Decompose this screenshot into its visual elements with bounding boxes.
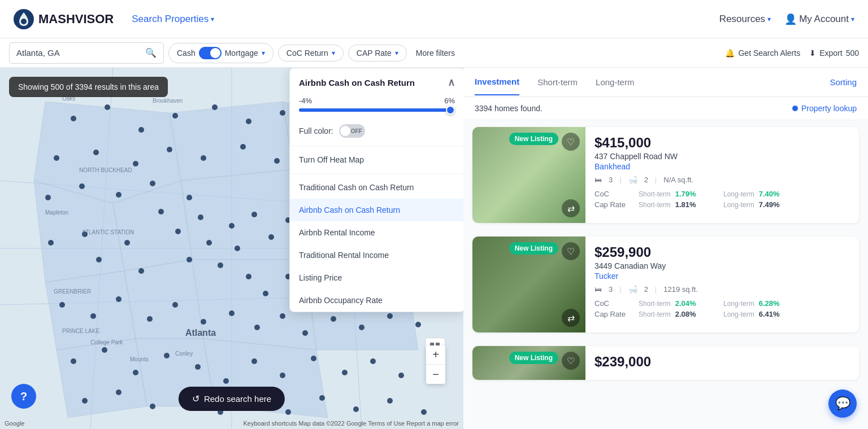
search-properties-nav[interactable]: Search Properties ▾ — [132, 14, 214, 25]
dropdown-item-traditional-coc[interactable]: Traditional Cash on Cash Return — [290, 176, 463, 199]
coc-type-short-2: Short-term — [639, 300, 671, 308]
zoom-out-btn[interactable]: − — [426, 365, 445, 384]
svg-point-34 — [93, 150, 99, 155]
svg-point-58 — [268, 234, 274, 240]
property-neighborhood-1[interactable]: Bankhead — [594, 162, 850, 171]
cap-row-2: Cap Rate Short-term 2.08% — [594, 310, 721, 318]
svg-point-54 — [218, 262, 223, 268]
beds-icon-2: 🛏 — [594, 285, 602, 294]
svg-point-45 — [79, 183, 85, 189]
logo[interactable]: MASHVISOR — [14, 9, 114, 29]
sorting-label: Sorting — [830, 77, 857, 87]
tab-long-term[interactable]: Long-term — [596, 77, 634, 95]
export-count: 500 — [846, 49, 859, 58]
export-icon: ⬇ — [809, 49, 816, 58]
sorting-btn[interactable]: Sorting — [830, 77, 857, 95]
svg-point-91 — [415, 322, 421, 327]
svg-point-53 — [186, 257, 192, 262]
heart-btn-3[interactable]: ♡ — [562, 352, 580, 370]
location-input[interactable] — [16, 48, 141, 58]
svg-point-95 — [164, 353, 170, 358]
cap-rate-label: CAP Rate — [357, 49, 392, 58]
dropdown-item-airbnb-occupancy[interactable]: Airbnb Occupancy Rate — [290, 289, 463, 312]
coc-return-filter[interactable]: CoC Return ▾ — [278, 45, 344, 62]
compare-btn-1[interactable]: ⇄ — [562, 199, 580, 217]
svg-point-67 — [96, 257, 102, 262]
svg-point-29 — [280, 110, 285, 116]
new-listing-badge-2: New Listing — [509, 242, 558, 255]
svg-point-35 — [133, 161, 138, 167]
more-filters-btn[interactable]: More filters — [416, 49, 455, 58]
search-icon[interactable]: 🔍 — [145, 47, 157, 58]
redo-search-btn[interactable]: ↺ Redo search here — [179, 387, 285, 411]
property-price-3: $239,000 — [594, 354, 850, 370]
svg-point-57 — [251, 212, 257, 217]
property-card-1[interactable]: ♡ New Listing ⇄ $415,000 437 Chappell Ro… — [472, 127, 859, 223]
property-lookup-btn[interactable]: Property lookup — [792, 104, 857, 113]
redo-label: Redo search here — [204, 394, 271, 404]
cap-long-val-1: 7.49% — [759, 200, 780, 209]
dropdown-item-heatmap-off[interactable]: Turn Off Heat Map — [290, 148, 463, 171]
help-btn[interactable]: ? — [11, 384, 36, 409]
tab-short-term[interactable]: Short-term — [537, 77, 578, 95]
property-lookup-label: Property lookup — [801, 104, 857, 113]
dropdown-close-icon[interactable]: ∧ — [448, 76, 455, 89]
account-icon: 👤 — [784, 13, 797, 25]
cap-label-2: Cap Rate — [594, 310, 634, 318]
spec-divider-2a: | — [619, 285, 621, 294]
dropdown-item-airbnb-rental[interactable]: Airbnb Rental Income — [290, 221, 463, 244]
dropdown-item-label: Traditional Cash on Cash Return — [299, 183, 414, 192]
dropdown-item-traditional-rental[interactable]: Traditional Rental Income — [290, 244, 463, 266]
resources-nav[interactable]: Resources ▾ — [719, 14, 771, 25]
svg-text:PRINCE LAKE: PRINCE LAKE — [62, 328, 99, 334]
property-card-2[interactable]: ♡ New Listing ⇄ $259,900 3449 Canadian W… — [472, 237, 859, 332]
toggle-off-label: OFF — [351, 128, 362, 134]
svg-point-82 — [172, 302, 178, 308]
cap-row-1: Cap Rate Short-term 1.81% — [594, 200, 721, 209]
get-search-alerts-btn[interactable]: 🔔 Get Search Alerts — [725, 49, 800, 58]
svg-point-89 — [359, 325, 364, 330]
account-nav[interactable]: 👤 My Account ▾ — [784, 13, 854, 25]
coc-short-val-2: 2.04% — [675, 299, 696, 308]
property-image-1: ♡ New Listing ⇄ — [472, 127, 585, 223]
property-neighborhood-2[interactable]: Tucker — [594, 272, 850, 281]
chat-btn[interactable]: 💬 — [828, 389, 857, 418]
dropdown-item-airbnb-coc[interactable]: Airbnb Cash on Cash Return — [290, 199, 463, 221]
svg-text:Atlanta: Atlanta — [185, 328, 216, 338]
svg-point-93 — [102, 347, 107, 353]
coc-long-val-1: 7.40% — [759, 190, 780, 198]
cash-mortgage-toggle-wrap[interactable]: Cash Mortgage ▾ — [168, 43, 274, 63]
property-address-1: 437 Chappell Road NW — [594, 152, 850, 161]
coc-type-long-2: Long-term — [723, 300, 754, 308]
spec-divider-2b: | — [655, 285, 657, 294]
zoom-controls: + − — [426, 345, 445, 384]
svg-point-99 — [280, 373, 285, 378]
cap-rate-filter[interactable]: CAP Rate ▾ — [348, 45, 407, 62]
svg-point-103 — [398, 373, 404, 378]
results-tabs: Investment Short-term Long-term Sorting — [463, 68, 868, 97]
search-properties-label: Search Properties — [132, 14, 209, 25]
svg-point-50 — [198, 214, 203, 220]
property-info-1: $415,000 437 Chappell Road NW Bankhead 🛏… — [585, 127, 859, 223]
slider-track[interactable] — [299, 108, 455, 112]
coc-type-long-1: Long-term — [723, 190, 754, 198]
full-color-toggle[interactable]: OFF — [339, 124, 365, 138]
search-input-wrap[interactable]: 🔍 — [9, 42, 164, 64]
slider-thumb[interactable] — [446, 106, 455, 115]
zoom-in-btn[interactable]: + — [426, 345, 445, 365]
coc-long-val-2: 6.28% — [759, 299, 780, 308]
header-right: Resources ▾ 👤 My Account ▾ — [719, 13, 854, 25]
tab-investment[interactable]: Investment — [475, 77, 519, 95]
cap-short-val-1: 1.81% — [675, 200, 696, 209]
map-area[interactable]: Atlanta Oaks Brookhaven NORTH BUCKHEAD M… — [0, 68, 463, 429]
cash-mortgage-toggle[interactable] — [199, 47, 222, 59]
map-overlay: Showing 500 of 3394 results in this area — [9, 77, 168, 97]
slider-fill — [299, 108, 455, 112]
dropdown-item-listing-price[interactable]: Listing Price — [290, 266, 463, 289]
property-card-3[interactable]: ♡ New Listing $239,000 — [472, 346, 859, 380]
compare-btn-2[interactable]: ⇄ — [562, 309, 580, 327]
svg-text:College Park: College Park — [90, 339, 123, 345]
export-btn[interactable]: ⬇ Export 500 — [809, 49, 859, 58]
heart-btn-2[interactable]: ♡ — [562, 242, 580, 260]
heart-btn-1[interactable]: ♡ — [562, 133, 580, 151]
